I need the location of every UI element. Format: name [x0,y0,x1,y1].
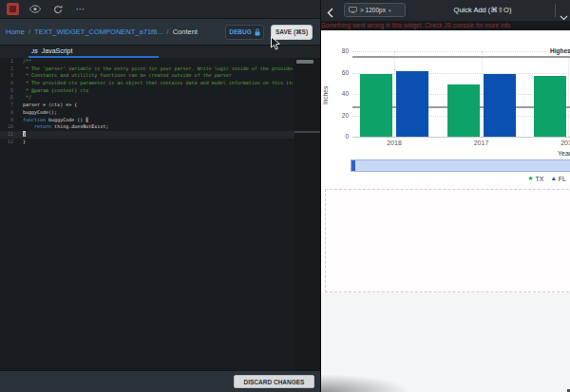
y-tick-label: 60 [328,69,349,77]
legend-item-fl[interactable]: ▲FL [550,176,566,182]
breadcrumb-home-link[interactable]: Home [6,28,25,36]
debug-button[interactable]: DEBUG [225,25,264,40]
line-number: 9 [0,117,13,124]
code-line-1[interactable]: 1/** [0,58,320,65]
breadcrumb-component-link[interactable]: TEXT_WIDGET_COMPONENT_a71f6... [34,28,162,36]
gridline-y-80 [352,51,570,52]
code-editor[interactable]: 1/**2 * The 'parser' variable is the ent… [0,58,320,370]
line-number: 12 [0,139,13,146]
line-number: 4 [0,80,13,87]
code-line-11[interactable]: 11} [0,131,320,139]
line-number: 5 [0,87,13,95]
discard-changes-button[interactable]: DISCARD CHANGES [234,375,314,388]
gridline-x-2016 [568,51,569,137]
line-number: 3 [0,72,13,80]
top-toolbar: ⋯ [0,0,320,19]
line-number: 7 [0,102,13,109]
plotline-75 [352,56,570,58]
minimap-thumb[interactable] [296,60,314,64]
gridline-x-2017 [482,51,483,137]
x-tick-label: 2016 [549,140,570,146]
y-tick-label: 80 [328,47,349,55]
bar-tx-2017[interactable] [447,84,480,137]
bar-tx-2016[interactable] [534,76,566,137]
line-number: 6 [0,94,13,102]
empty-widget-placeholder [325,189,570,292]
code-line-9[interactable]: 9function buggyCode () { [0,117,320,124]
bar-tx-2018[interactable] [360,74,392,137]
eye-icon[interactable] [28,3,42,16]
chart-legend: ★TX▲FL [528,174,566,184]
editor-minimap[interactable] [294,58,320,370]
plotline-label: Highest [550,47,570,55]
screen: ⋯ Home / TEXT_WIDGET_COMPONENT_a71f6... … [0,0,570,392]
lock-icon [255,28,260,36]
legend-star-icon: ★ [528,176,534,182]
code-line-12[interactable]: 12} [0,139,320,146]
bar-fl-2018[interactable] [396,71,428,137]
line-number: 10 [0,123,13,131]
widget-preview-panel: > 1200px ▾ Quick Add (⌘⇧O) Something wen… [320,0,570,392]
breadcrumb: Home / TEXT_WIDGET_COMPONENT_a71f6... / … [6,28,225,36]
line-number: 1 [0,58,13,65]
x-axis-title: Year [558,150,570,157]
code-line-10[interactable]: 10 return thing.doesNotExist; [0,123,320,131]
y-tick-label: 0 [328,133,349,140]
navigator-handle[interactable] [352,160,355,171]
code-line-3[interactable]: 3 * Constants and utilility functions ca… [0,72,320,80]
more-options-icon[interactable]: ⋯ [74,3,87,16]
code-editor-panel: ⋯ Home / TEXT_WIDGET_COMPONENT_a71f6... … [0,0,320,392]
y-tick-label: 20 [328,112,349,120]
legend-label: TX [535,176,543,182]
mouse-cursor-icon [270,36,281,55]
minimap-marker [294,131,320,133]
gridline-x-2018 [394,51,395,137]
code-line-4[interactable]: 4 * The provided ctx parameter is an obj… [0,80,320,87]
debug-button-label: DEBUG [229,28,251,35]
save-button-label: SAVE (⌘S) [276,28,308,36]
refresh-icon[interactable] [51,3,65,16]
code-line-5[interactable]: 5 * @param {context} ctx [0,87,320,95]
legend-triangle-icon: ▲ [550,176,556,182]
line-number: 2 [0,65,13,73]
y-tick-label: 40 [328,90,349,98]
x-tick-label: 2017 [463,140,501,146]
legend-item-tx[interactable]: ★TX [528,176,544,182]
bar-fl-2017[interactable] [484,74,516,137]
x-axis-line [352,137,570,138]
tab-javascript[interactable]: JS JavaScript [28,46,159,58]
chart-navigator-scrollbar[interactable] [351,159,570,172]
code-line-2[interactable]: 2 * The 'parser' variable is the entry p… [0,65,320,73]
breadcrumb-actions: DEBUG SAVE (⌘S) [225,25,313,40]
breadcrumb-separator: / [28,28,30,36]
line-number: 11 [0,131,13,139]
app-logo-icon[interactable] [7,3,19,15]
x-tick-label: 2018 [375,140,413,146]
line-number: 8 [0,109,13,117]
breadcrumb-current-page: Content [173,28,198,36]
footer-shadow [321,371,464,392]
code-line-7[interactable]: 7parser = (ctx) => { [0,102,320,109]
code-line-8[interactable]: 8buggyCode(); [0,109,320,117]
code-lines: 1/**2 * The 'parser' variable is the ent… [0,58,320,145]
code-line-6[interactable]: 6 */ [0,94,320,102]
legend-label: FL [559,176,566,182]
js-badge-icon: JS [31,48,38,54]
tab-label: JavaScript [42,47,73,54]
discard-changes-label: DISCARD CHANGES [244,379,305,385]
editor-footer: DISCARD CHANGES [0,370,320,392]
breadcrumb-separator: / [167,28,169,36]
